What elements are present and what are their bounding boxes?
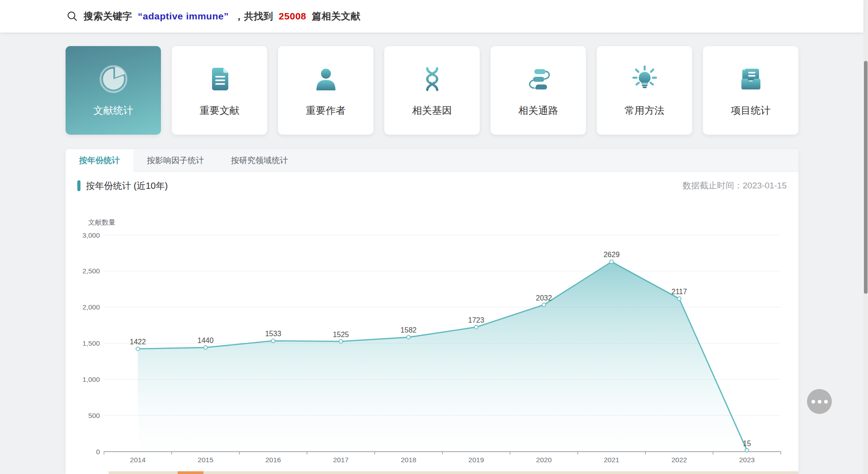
svg-text:2022: 2022 [671,456,687,464]
svg-text:2020: 2020 [536,456,552,464]
svg-text:15: 15 [743,440,751,447]
svg-text:2019: 2019 [468,456,484,464]
lightbulb-icon [630,61,660,97]
pie-chart-icon [98,61,129,97]
svg-text:2018: 2018 [401,456,416,464]
svg-text:500: 500 [88,412,100,419]
svg-text:2021: 2021 [604,456,619,464]
svg-text:2117: 2117 [671,288,687,296]
svg-text:1440: 1440 [198,337,214,344]
svg-text:1,500: 1,500 [82,339,100,347]
section-marker [77,180,80,191]
document-icon [205,61,235,97]
search-prefix: 搜索关键字 [84,11,132,21]
ellipsis-icon [824,400,828,404]
svg-text:2629: 2629 [604,251,620,258]
nav-card-project-stats[interactable]: 项目统计 [703,46,798,135]
next-section-edge [108,471,798,474]
dna-icon [417,61,447,97]
nav-card-common-methods[interactable]: 常用方法 [597,46,692,135]
search-summary-bar: 搜索关键字 “adaptive immune” ，共找到 25008 篇相关文献 [0,0,863,33]
svg-text:2017: 2017 [333,456,349,464]
svg-text:1582: 1582 [401,326,417,334]
nav-card-label: 相关基因 [412,104,452,117]
nav-card-label: 相关通路 [519,104,558,117]
svg-text:0: 0 [96,448,100,455]
nav-card-label: 常用方法 [625,104,665,117]
app-root: 搜索关键字 “adaptive immune” ，共找到 25008 篇相关文献… [0,0,868,474]
nav-card-related-pathways[interactable]: 相关通路 [491,46,586,135]
nav-card-label: 项目统计 [731,104,771,117]
tab-by-research-field[interactable]: 按研究领域统计 [217,149,302,172]
svg-text:2023: 2023 [739,456,755,464]
ellipsis-icon [818,400,821,404]
section-title: 按年份统计 (近10年) [86,180,168,192]
scrollbar-thumb[interactable] [864,61,868,294]
nav-card-important-literature[interactable]: 重要文献 [172,46,267,135]
svg-text:1422: 1422 [130,338,146,346]
svg-text:1,000: 1,000 [82,375,100,383]
ellipsis-icon [811,400,815,404]
nav-card-related-genes[interactable]: 相关基因 [384,46,480,135]
nav-card-literature-stats[interactable]: 文献统计 [66,46,161,135]
nav-card-label: 重要作者 [306,104,346,117]
author-icon [311,61,341,97]
nav-card-row: 文献统计 重要文献 重要作者 [66,46,798,135]
svg-text:1723: 1723 [468,316,485,324]
year-statistics-chart[interactable]: 文献数量05001,0001,5002,0002,5003,0001422201… [66,203,798,465]
search-middle: ，共找到 [234,11,273,21]
svg-text:2015: 2015 [198,456,213,464]
section-header: 按年份统计 (近10年) 数据截止时间：2023-01-15 [66,172,798,200]
search-summary-text: 搜索关键字 “adaptive immune” ，共找到 25008 篇相关文献 [84,10,360,23]
pathway-icon [524,61,553,97]
svg-text:1525: 1525 [333,331,349,338]
nav-card-label: 重要文献 [200,104,240,117]
search-icon [66,10,78,22]
svg-text:2,500: 2,500 [82,267,100,275]
stats-tabbar: 按年份统计 按影响因子统计 按研究领域统计 [66,149,798,172]
scrollbar-track[interactable] [863,0,868,474]
svg-text:文献数量: 文献数量 [88,218,115,226]
project-archive-icon [736,61,766,97]
svg-text:2032: 2032 [536,294,552,302]
svg-text:2016: 2016 [265,456,281,464]
svg-text:2,000: 2,000 [82,303,100,311]
more-actions-button[interactable] [807,389,832,414]
statistics-panel: 按年份统计 按影响因子统计 按研究领域统计 按年份统计 (近10年) 数据截止时… [66,149,798,474]
nav-card-label: 文献统计 [94,104,133,117]
next-section-orange-segment [178,471,203,474]
svg-text:2014: 2014 [130,456,146,464]
search-keyword: “adaptive immune” [138,11,229,21]
svg-text:3,000: 3,000 [82,231,100,239]
tab-by-year[interactable]: 按年份统计 [66,149,133,172]
search-suffix: 篇相关文献 [312,11,361,21]
tab-by-impact-factor[interactable]: 按影响因子统计 [133,149,217,172]
result-count: 25008 [279,11,307,21]
nav-card-important-authors[interactable]: 重要作者 [278,46,373,135]
data-cutoff-label: 数据截止时间：2023-01-15 [683,180,787,192]
svg-text:1533: 1533 [265,330,281,338]
